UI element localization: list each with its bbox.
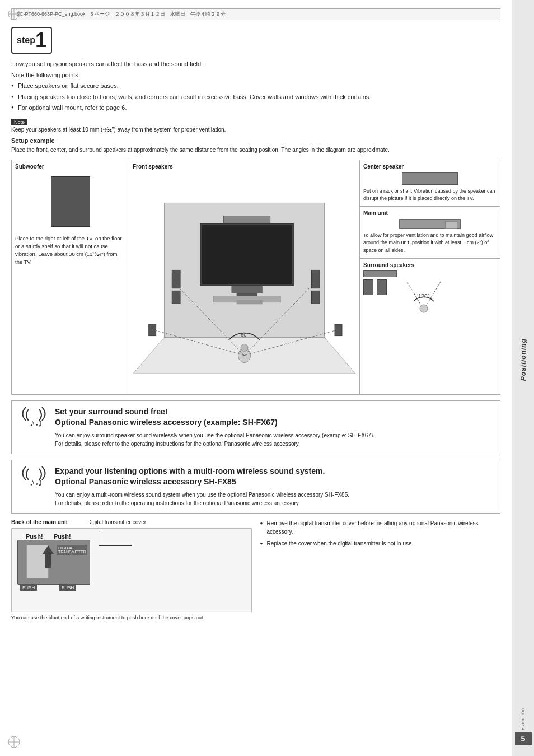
surround-small-pair bbox=[363, 279, 397, 295]
setup-example-desc: Place the front, center, and surround sp… bbox=[11, 146, 500, 154]
center-speaker-image bbox=[402, 172, 458, 185]
wireless-desc-1: You can enjoy surround speaker sound wir… bbox=[55, 431, 493, 448]
push-btn-1: PUSH bbox=[20, 585, 37, 591]
step-indicator: step 1 bbox=[11, 27, 52, 54]
setup-example-section: Setup example Place the front, center, a… bbox=[11, 137, 500, 154]
push-label-1: Push! bbox=[26, 533, 43, 540]
svg-text:♪♫: ♪♫ bbox=[30, 477, 43, 488]
transmitter-visual: DIGITALTRANSMITTER Push! Push! PUSH PUSH bbox=[11, 528, 252, 612]
surround-speaker-left bbox=[363, 279, 373, 295]
positioning-label: Positioning bbox=[519, 338, 527, 381]
center-speaker-desc: Put on a rack or shelf. Vibration caused… bbox=[363, 188, 496, 203]
center-speaker-title: Center speaker bbox=[363, 164, 496, 170]
svg-rect-15 bbox=[202, 225, 292, 284]
surround-speaker-right bbox=[377, 279, 387, 295]
wireless-icon-1: ♪♫ bbox=[18, 407, 49, 436]
corner-mark-tl bbox=[6, 6, 22, 22]
intro-line2: Note the following points: bbox=[11, 71, 500, 80]
back-label: Back of the main unit bbox=[11, 519, 68, 525]
setup-example-title: Setup example bbox=[11, 137, 500, 144]
wireless-desc-line2: For details, please refer to the operati… bbox=[55, 440, 493, 448]
room-diagram: Front speakers bbox=[129, 160, 360, 394]
svg-rect-21 bbox=[312, 291, 320, 304]
wireless-content-2: Expand your listening options with a mul… bbox=[55, 466, 493, 507]
transmitter-bullet1: Remove the digital transmitter cover bef… bbox=[260, 519, 501, 536]
svg-text:♪♫: ♪♫ bbox=[30, 417, 43, 428]
corner-mark-bl bbox=[6, 734, 22, 750]
svg-rect-22 bbox=[224, 216, 270, 223]
surround-speakers-panel: Surround speakers bbox=[360, 258, 500, 320]
intro-line1: How you set up your speakers can affect … bbox=[11, 59, 500, 69]
main-unit-panel: Main unit To allow for proper ventilatio… bbox=[360, 207, 500, 259]
room-svg: 60° bbox=[133, 172, 356, 374]
wireless-desc-line1: You can enjoy surround speaker sound wir… bbox=[55, 431, 493, 440]
wireless-icon-2: ♪♫ bbox=[18, 466, 49, 495]
wireless-desc2-line2: For details, please refer to the operati… bbox=[55, 499, 493, 507]
blunt-end-note: You can use the blunt end of a writing i… bbox=[11, 615, 252, 620]
wireless-section-1: ♪♫ Set your surround sound free! Optiona… bbox=[11, 400, 500, 454]
center-speaker-panel: Center speaker Put on a rack or shelf. V… bbox=[360, 160, 500, 207]
svg-point-26 bbox=[241, 344, 248, 351]
main-unit-title: Main unit bbox=[363, 210, 496, 216]
surround-speakers-title: Surround speakers bbox=[363, 262, 496, 268]
note-text: Keep your speakers at least 10 mm (¹³⁄₃₂… bbox=[11, 127, 500, 133]
intro-bullet1: Place speakers on flat secure bases. bbox=[11, 81, 500, 91]
push-btn-2: PUSH bbox=[59, 585, 76, 591]
svg-rect-29 bbox=[335, 324, 342, 335]
svg-text:120°: 120° bbox=[418, 293, 430, 300]
main-unit-desc: To allow for proper ventilation and to m… bbox=[363, 232, 496, 255]
diagram-section: Subwoofer Place to the right or left of … bbox=[11, 160, 500, 395]
wireless-content-1: Set your surround sound free! Optional P… bbox=[55, 407, 493, 448]
wireless-title-1: Set your surround sound free! Optional P… bbox=[55, 407, 493, 428]
intro-bullet3: For optional wall mount, refer to page 6… bbox=[11, 103, 500, 113]
svg-rect-16 bbox=[231, 286, 262, 293]
svg-marker-34 bbox=[43, 545, 54, 568]
subwoofer-title: Subwoofer bbox=[15, 164, 125, 170]
wireless-desc2-line1: You can enjoy a multi-room wireless soun… bbox=[55, 491, 493, 499]
note-label: Note bbox=[11, 119, 27, 125]
wireless-section-2: ♪♫ Expand your listening options with a … bbox=[11, 460, 500, 514]
wireless-title-2: Expand your listening options with a mul… bbox=[55, 466, 493, 488]
svg-rect-24 bbox=[237, 300, 263, 304]
right-sidebar: Positioning RQTX0094 5 bbox=[512, 0, 534, 756]
rqtx-label: RQTX0094 bbox=[521, 708, 526, 730]
subwoofer-desc: Place to the right or left of the TV, on… bbox=[15, 235, 125, 267]
svg-text:60°: 60° bbox=[241, 332, 249, 337]
front-speakers-title: Front speakers bbox=[133, 164, 356, 170]
main-unit-image bbox=[399, 219, 461, 229]
note-box: Note Keep your speakers at least 10 mm (… bbox=[11, 118, 500, 133]
cover-label: Digital transmitter cover bbox=[87, 519, 146, 525]
step-label: step bbox=[17, 35, 35, 45]
wireless-desc-2: You can enjoy a multi-room wireless soun… bbox=[55, 491, 493, 507]
page-number: 5 bbox=[515, 732, 532, 745]
surround-angle-svg: 120° bbox=[401, 270, 446, 315]
intro-section: How you set up your speakers can affect … bbox=[11, 59, 500, 113]
svg-rect-20 bbox=[312, 270, 320, 288]
transmitter-info: Remove the digital transmitter cover bef… bbox=[260, 519, 501, 620]
intro-bullet2: Placing speakers too close to floors, wa… bbox=[11, 92, 500, 102]
transmitter-section: Back of the main unit Digital transmitte… bbox=[11, 519, 500, 620]
main-content: SC-PT660-663P-PC_eng.book 5 ページ ２００８年３月１… bbox=[0, 0, 512, 629]
subwoofer-image bbox=[51, 176, 90, 227]
subwoofer-panel: Subwoofer Place to the right or left of … bbox=[12, 160, 129, 394]
right-panels: Center speaker Put on a rack or shelf. V… bbox=[360, 160, 500, 394]
surround-horizontal-speaker bbox=[363, 270, 397, 277]
svg-rect-18 bbox=[172, 270, 180, 288]
push-label-2: Push! bbox=[54, 533, 71, 540]
step-number: 1 bbox=[35, 30, 46, 50]
svg-point-31 bbox=[420, 305, 428, 312]
transmitter-bullet2: Replace the cover when the digital trans… bbox=[260, 539, 501, 548]
transmitter-diagram: Back of the main unit Digital transmitte… bbox=[11, 519, 252, 620]
file-header: SC-PT660-663P-PC_eng.book 5 ページ ２００８年３月１… bbox=[11, 8, 500, 20]
svg-rect-19 bbox=[172, 291, 180, 304]
